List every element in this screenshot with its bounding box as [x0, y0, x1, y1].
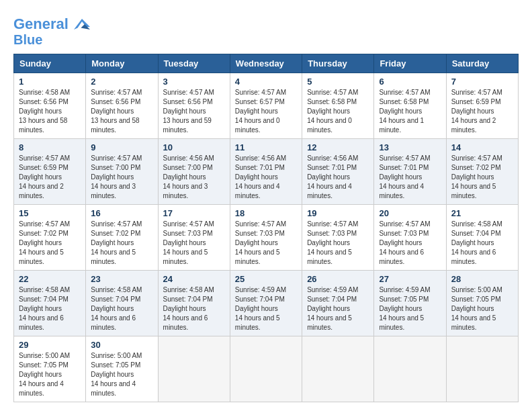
day-number: 22: [19, 274, 81, 284]
table-row: 1Sunrise: 4:58 AMSunset: 6:56 PMDaylight…: [14, 73, 86, 139]
day-info: Sunrise: 4:58 AMSunset: 7:04 PMDaylight …: [163, 285, 225, 332]
day-info: Sunrise: 4:57 AMSunset: 6:58 PMDaylight …: [379, 88, 441, 135]
day-number: 6: [379, 77, 441, 87]
day-number: 13: [379, 142, 441, 152]
day-info: Sunrise: 4:58 AMSunset: 6:56 PMDaylight …: [19, 88, 81, 135]
day-info: Sunrise: 4:59 AMSunset: 7:04 PMDaylight …: [235, 285, 297, 332]
day-number: 23: [91, 274, 152, 284]
day-info: Sunrise: 4:59 AMSunset: 7:04 PMDaylight …: [307, 285, 369, 332]
page-header: General Blue: [13, 13, 519, 47]
day-info: Sunrise: 4:57 AMSunset: 7:03 PMDaylight …: [379, 220, 441, 267]
logo-icon: [71, 13, 93, 35]
day-number: 10: [163, 142, 225, 152]
table-row: 15Sunrise: 4:57 AMSunset: 7:02 PMDayligh…: [14, 205, 86, 271]
weekday-header-wednesday: Wednesday: [230, 54, 302, 73]
day-info: Sunrise: 4:58 AMSunset: 7:04 PMDaylight …: [451, 220, 513, 267]
day-info: Sunrise: 4:57 AMSunset: 6:56 PMDaylight …: [163, 88, 225, 135]
day-number: 18: [235, 208, 297, 218]
day-number: 29: [19, 340, 81, 350]
day-number: 7: [451, 77, 513, 87]
table-row: 26Sunrise: 4:59 AMSunset: 7:04 PMDayligh…: [302, 271, 374, 336]
table-row: 8Sunrise: 4:57 AMSunset: 6:59 PMDaylight…: [14, 139, 86, 205]
weekday-header-monday: Monday: [86, 54, 158, 73]
day-info: Sunrise: 4:58 AMSunset: 7:04 PMDaylight …: [91, 285, 152, 332]
day-info: Sunrise: 4:57 AMSunset: 7:02 PMDaylight …: [91, 220, 152, 267]
table-row: 28Sunrise: 5:00 AMSunset: 7:05 PMDayligh…: [446, 271, 518, 336]
day-info: Sunrise: 4:57 AMSunset: 7:03 PMDaylight …: [307, 220, 369, 267]
table-row: [374, 336, 446, 402]
table-row: [158, 336, 230, 402]
table-row: 30Sunrise: 5:00 AMSunset: 7:05 PMDayligh…: [86, 336, 158, 402]
day-number: 30: [91, 340, 152, 350]
weekday-header-sunday: Sunday: [14, 54, 86, 73]
weekday-header-tuesday: Tuesday: [158, 54, 230, 73]
table-row: 22Sunrise: 4:58 AMSunset: 7:04 PMDayligh…: [14, 271, 86, 336]
day-info: Sunrise: 4:56 AMSunset: 7:01 PMDaylight …: [307, 154, 369, 201]
table-row: 12Sunrise: 4:56 AMSunset: 7:01 PMDayligh…: [302, 139, 374, 205]
table-row: [230, 336, 302, 402]
table-row: 19Sunrise: 4:57 AMSunset: 7:03 PMDayligh…: [302, 205, 374, 271]
table-row: 25Sunrise: 4:59 AMSunset: 7:04 PMDayligh…: [230, 271, 302, 336]
day-info: Sunrise: 4:57 AMSunset: 6:59 PMDaylight …: [19, 154, 81, 201]
table-row: 20Sunrise: 4:57 AMSunset: 7:03 PMDayligh…: [374, 205, 446, 271]
day-info: Sunrise: 4:57 AMSunset: 6:56 PMDaylight …: [91, 88, 152, 135]
table-row: 16Sunrise: 4:57 AMSunset: 7:02 PMDayligh…: [86, 205, 158, 271]
day-number: 4: [235, 77, 297, 87]
weekday-header-saturday: Saturday: [446, 54, 518, 73]
table-row: 4Sunrise: 4:57 AMSunset: 6:57 PMDaylight…: [230, 73, 302, 139]
weekday-header-friday: Friday: [374, 54, 446, 73]
day-number: 11: [235, 142, 297, 152]
calendar: SundayMondayTuesdayWednesdayThursdayFrid…: [13, 54, 519, 402]
table-row: [302, 336, 374, 402]
day-info: Sunrise: 4:58 AMSunset: 7:04 PMDaylight …: [19, 285, 81, 332]
day-number: 20: [379, 208, 441, 218]
day-number: 25: [235, 274, 297, 284]
table-row: [446, 336, 518, 402]
day-number: 26: [307, 274, 369, 284]
day-info: Sunrise: 4:57 AMSunset: 7:01 PMDaylight …: [379, 154, 441, 201]
day-info: Sunrise: 5:00 AMSunset: 7:05 PMDaylight …: [19, 351, 81, 398]
table-row: 7Sunrise: 4:57 AMSunset: 6:59 PMDaylight…: [446, 73, 518, 139]
day-info: Sunrise: 4:57 AMSunset: 7:02 PMDaylight …: [451, 154, 513, 201]
table-row: 21Sunrise: 4:58 AMSunset: 7:04 PMDayligh…: [446, 205, 518, 271]
logo-text: General: [13, 16, 69, 32]
day-number: 27: [379, 274, 441, 284]
table-row: 11Sunrise: 4:56 AMSunset: 7:01 PMDayligh…: [230, 139, 302, 205]
day-info: Sunrise: 4:57 AMSunset: 7:03 PMDaylight …: [163, 220, 225, 267]
table-row: 24Sunrise: 4:58 AMSunset: 7:04 PMDayligh…: [158, 271, 230, 336]
table-row: 6Sunrise: 4:57 AMSunset: 6:58 PMDaylight…: [374, 73, 446, 139]
day-info: Sunrise: 4:57 AMSunset: 7:00 PMDaylight …: [91, 154, 152, 201]
day-number: 14: [451, 142, 513, 152]
table-row: 3Sunrise: 4:57 AMSunset: 6:56 PMDaylight…: [158, 73, 230, 139]
weekday-header-thursday: Thursday: [302, 54, 374, 73]
table-row: 23Sunrise: 4:58 AMSunset: 7:04 PMDayligh…: [86, 271, 158, 336]
day-info: Sunrise: 5:00 AMSunset: 7:05 PMDaylight …: [91, 351, 152, 398]
day-info: Sunrise: 4:57 AMSunset: 7:02 PMDaylight …: [19, 220, 81, 267]
day-info: Sunrise: 4:56 AMSunset: 7:01 PMDaylight …: [235, 154, 297, 201]
day-info: Sunrise: 4:57 AMSunset: 7:03 PMDaylight …: [235, 220, 297, 267]
day-info: Sunrise: 4:56 AMSunset: 7:00 PMDaylight …: [163, 154, 225, 201]
table-row: 27Sunrise: 4:59 AMSunset: 7:05 PMDayligh…: [374, 271, 446, 336]
day-info: Sunrise: 4:57 AMSunset: 6:57 PMDaylight …: [235, 88, 297, 135]
day-number: 2: [91, 77, 152, 87]
table-row: 14Sunrise: 4:57 AMSunset: 7:02 PMDayligh…: [446, 139, 518, 205]
table-row: 29Sunrise: 5:00 AMSunset: 7:05 PMDayligh…: [14, 336, 86, 402]
day-number: 16: [91, 208, 152, 218]
day-number: 21: [451, 208, 513, 218]
day-number: 28: [451, 274, 513, 284]
day-number: 5: [307, 77, 369, 87]
day-number: 12: [307, 142, 369, 152]
day-info: Sunrise: 5:00 AMSunset: 7:05 PMDaylight …: [451, 285, 513, 332]
table-row: 2Sunrise: 4:57 AMSunset: 6:56 PMDaylight…: [86, 73, 158, 139]
day-number: 24: [163, 274, 225, 284]
logo: General Blue: [13, 13, 93, 47]
day-number: 9: [91, 142, 152, 152]
day-number: 17: [163, 208, 225, 218]
day-number: 1: [19, 77, 81, 87]
day-info: Sunrise: 4:59 AMSunset: 7:05 PMDaylight …: [379, 285, 441, 332]
table-row: 17Sunrise: 4:57 AMSunset: 7:03 PMDayligh…: [158, 205, 230, 271]
table-row: 13Sunrise: 4:57 AMSunset: 7:01 PMDayligh…: [374, 139, 446, 205]
day-number: 19: [307, 208, 369, 218]
day-number: 15: [19, 208, 81, 218]
table-row: 5Sunrise: 4:57 AMSunset: 6:58 PMDaylight…: [302, 73, 374, 139]
